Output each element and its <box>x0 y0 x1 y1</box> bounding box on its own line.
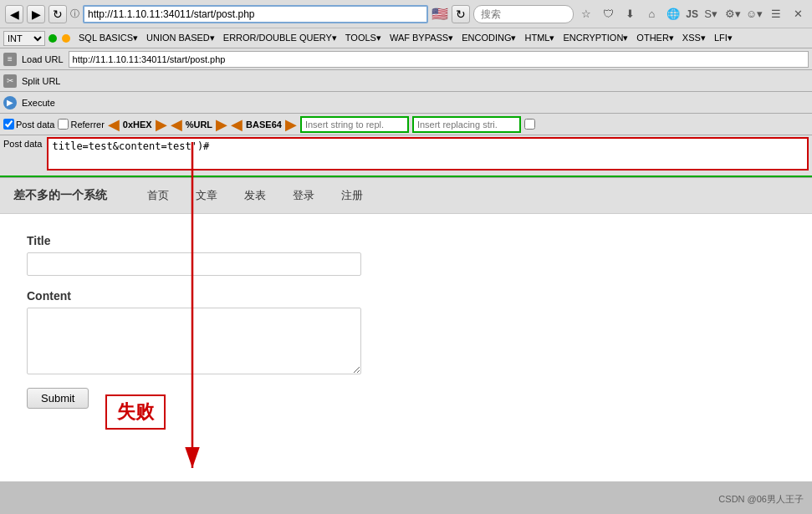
failure-box: 失败 <box>105 394 166 430</box>
menu-union-based[interactable]: UNION BASED▾ <box>143 33 218 43</box>
forward-button[interactable]: ▶ <box>27 5 45 23</box>
hackbar-options-row: Post data Referrer ◀ 0xHEX ▶ ◀ %URL ▶ ◀ … <box>0 114 812 135</box>
site-nav-links: 首页 文章 发表 登录 注册 <box>134 185 376 206</box>
url-input[interactable] <box>83 5 428 23</box>
menu-icon[interactable]: ☰ <box>767 5 785 23</box>
post-data-checkbox-label[interactable]: Post data <box>3 119 54 130</box>
execute-label[interactable]: Execute <box>22 98 55 108</box>
face-icon[interactable]: ☺▾ <box>745 5 763 23</box>
menu-other[interactable]: OTHER▾ <box>633 33 677 43</box>
insert-replacing-input[interactable] <box>412 116 521 133</box>
close-icon[interactable]: ✕ <box>789 5 807 23</box>
split-url-icon: ✂ <box>3 74 17 88</box>
right-arrow-base64[interactable]: ▶ <box>285 115 297 134</box>
orange-dot <box>62 34 70 43</box>
referrer-checkbox-label[interactable]: Referrer <box>58 119 104 130</box>
menu-tools[interactable]: TOOLS▾ <box>342 33 385 43</box>
hackbar-post-row: Post data title=test&content=test')# <box>0 135 812 177</box>
address-bar <box>83 5 428 23</box>
failure-text: 失败 <box>117 401 154 422</box>
post-data-checkbox[interactable] <box>3 119 14 130</box>
browser-nav: ◀ ▶ ↻ ⓘ 🇺🇸 ↻ ☆ 🛡 ⬇ ⌂ 🌐 JS S▾ ⚙▾ ☺▾ ☰ ✕ <box>0 0 812 28</box>
menu-sql-basics[interactable]: SQL BASICS▾ <box>75 33 141 43</box>
title-input[interactable] <box>27 252 361 276</box>
left-arrow-0xhex[interactable]: ◀ <box>108 115 120 134</box>
menu-xss[interactable]: XSS▾ <box>679 33 709 43</box>
hackbar-split-row: ✂ Split URL <box>0 70 812 92</box>
int-select[interactable]: INT <box>3 31 45 46</box>
watermark: CSDN @06男人王子 <box>718 493 804 506</box>
globe-icon[interactable]: 🌐 <box>664 5 682 23</box>
menu-encoding[interactable]: ENCODING▾ <box>458 33 519 43</box>
right-arrow-xurl[interactable]: ▶ <box>216 115 227 134</box>
menu-encryption[interactable]: ENCRYPTION▾ <box>559 33 631 43</box>
browser-chrome: ◀ ▶ ↻ ⓘ 🇺🇸 ↻ ☆ 🛡 ⬇ ⌂ 🌐 JS S▾ ⚙▾ ☺▾ ☰ ✕ I… <box>0 0 812 178</box>
load-url-label[interactable]: Load URL <box>22 54 64 64</box>
content-textarea[interactable] <box>27 308 361 374</box>
referrer-checkbox[interactable] <box>58 119 69 130</box>
xurl-label[interactable]: %URL <box>186 120 212 130</box>
content-label: Content <box>27 289 785 303</box>
share-icon[interactable]: S▾ <box>702 5 720 23</box>
home-icon[interactable]: ⌂ <box>642 5 661 23</box>
post-data-textarea[interactable]: title=test&content=test')# <box>47 137 809 170</box>
site-nav: 差不多的一个系统 首页 文章 发表 登录 注册 <box>0 178 812 214</box>
menu-waf-bypass[interactable]: WAF BYPASS▾ <box>386 33 457 43</box>
menu-error-double[interactable]: ERROR/DOUBLE QUERY▾ <box>220 33 340 43</box>
execute-icon: ▶ <box>3 96 17 109</box>
title-label: Title <box>27 234 785 247</box>
annotation-area: 失败 <box>105 388 166 430</box>
download-icon[interactable]: ⬇ <box>620 5 639 23</box>
js-label: JS <box>686 8 698 20</box>
green-dot <box>49 34 57 43</box>
post-data-label: Post data <box>3 137 42 149</box>
left-arrow-base64[interactable]: ◀ <box>231 115 243 134</box>
site-brand: 差不多的一个系统 <box>13 185 120 206</box>
submit-button[interactable]: Submit <box>27 388 89 409</box>
refresh-button[interactable]: ↻ <box>49 5 67 23</box>
right-arrow-0xhex[interactable]: ▶ <box>156 115 167 134</box>
hackbar-execute-row: ▶ Execute <box>0 92 812 114</box>
base64-label[interactable]: BASE64 <box>246 120 282 130</box>
refresh-btn-2[interactable]: ↻ <box>452 5 470 23</box>
back-button[interactable]: ◀ <box>5 5 23 23</box>
menu-html[interactable]: HTML▾ <box>521 33 558 43</box>
hackbar-url-row: ≡ Load URL <box>0 48 812 70</box>
split-url-label[interactable]: Split URL <box>22 76 60 86</box>
left-arrow-xurl[interactable]: ◀ <box>171 115 182 134</box>
shield-icon[interactable]: 🛡 <box>599 5 617 23</box>
bookmark-icon[interactable]: ☆ <box>577 5 595 23</box>
nav-link-register[interactable]: 注册 <box>328 185 376 206</box>
settings-icon[interactable]: ⚙▾ <box>723 5 742 23</box>
form-area: Title Content Submit 失败 <box>0 214 812 481</box>
page-content: 差不多的一个系统 首页 文章 发表 登录 注册 Title Content Su… <box>0 178 812 481</box>
load-url-icon: ≡ <box>3 53 17 66</box>
menu-lfi[interactable]: LFI▾ <box>711 33 736 43</box>
search-input[interactable] <box>473 5 574 23</box>
insert-checkbox[interactable] <box>524 119 535 130</box>
hackbar-toolbar: INT SQL BASICS▾ UNION BASED▾ ERROR/DOUBL… <box>0 28 812 48</box>
nav-link-articles[interactable]: 文章 <box>182 185 231 206</box>
info-icon[interactable]: ⓘ <box>70 8 79 20</box>
submit-area: Submit 失败 <box>27 388 785 430</box>
0xhex-label[interactable]: 0xHEX <box>123 120 152 130</box>
nav-link-login[interactable]: 登录 <box>279 185 328 206</box>
nav-icons: ☆ 🛡 ⬇ ⌂ 🌐 JS S▾ ⚙▾ ☺▾ ☰ ✕ <box>577 5 807 23</box>
nav-link-home[interactable]: 首页 <box>134 185 182 206</box>
flag-icon: 🇺🇸 <box>432 6 448 22</box>
nav-link-post[interactable]: 发表 <box>231 185 279 206</box>
hackbar-url-input[interactable] <box>69 51 809 68</box>
insert-string-input[interactable] <box>300 116 409 133</box>
